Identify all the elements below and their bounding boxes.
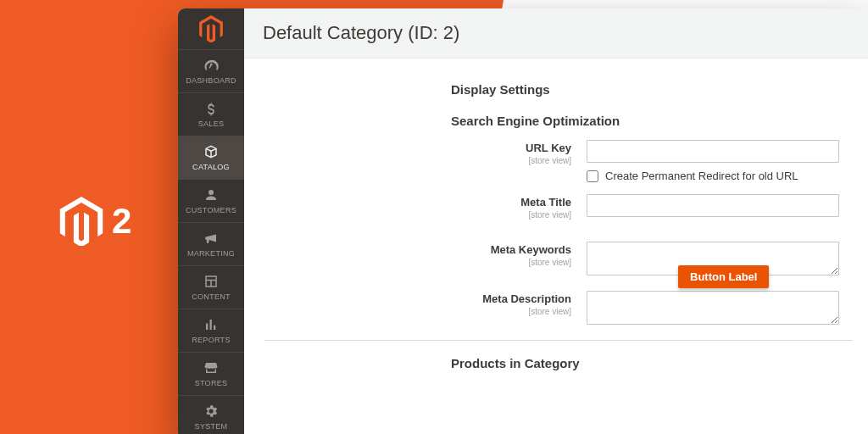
sidebar-label: STORES [178, 379, 244, 387]
button-label-button[interactable]: Button Label [678, 265, 769, 288]
sidebar-label: CONTENT [178, 292, 244, 301]
gear-icon [178, 403, 244, 419]
checkbox-permanent-redirect[interactable] [587, 170, 598, 182]
sidebar-item-catalog[interactable]: CATALOG [178, 136, 244, 180]
gauge-icon [178, 58, 244, 73]
checkbox-label-redirect: Create Permanent Redirect for old URL [605, 170, 798, 182]
row-url-key: URL Key [store view] Create Permanent Re… [264, 140, 853, 182]
admin-sidebar: DASHBOARD SALES CATALOG [178, 8, 244, 434]
scope-hint: [store view] [264, 258, 571, 267]
sidebar-label: CUSTOMERS [178, 206, 244, 214]
textarea-meta-description[interactable] [587, 291, 839, 325]
sidebar-item-customers[interactable]: CUSTOMERS [178, 180, 244, 223]
box-icon [178, 144, 244, 159]
sidebar-item-stores[interactable]: STORES [178, 353, 244, 396]
sidebar-label: MARKETING [178, 249, 244, 258]
input-meta-title[interactable] [587, 194, 839, 217]
magento-icon [199, 15, 223, 42]
sidebar-label: SYSTEM [178, 422, 244, 431]
row-meta-description: Meta Description [store view] [264, 291, 853, 328]
admin-window: DASHBOARD SALES CATALOG [178, 8, 868, 434]
layout-icon [178, 274, 244, 289]
magento-logo-icon [59, 197, 103, 246]
sidebar-label: DASHBOARD [178, 76, 244, 85]
scope-hint: [store view] [264, 307, 571, 316]
row-meta-title: Meta Title [store view] [264, 194, 853, 220]
scope-hint: [store view] [264, 156, 571, 165]
scope-hint: [store view] [264, 210, 571, 220]
sidebar-item-sales[interactable]: SALES [178, 93, 244, 136]
sidebar-item-dashboard[interactable]: DASHBOARD [178, 50, 244, 93]
sidebar-label: CATALOG [178, 163, 244, 171]
dollar-icon [178, 101, 244, 116]
content-area: Display Settings Search Engine Optimizat… [244, 58, 868, 434]
label-meta-description: Meta Description [264, 292, 571, 305]
sidebar-item-content[interactable]: CONTENT [178, 266, 244, 309]
brand-two-label: 2 [112, 201, 131, 242]
section-seo[interactable]: Search Engine Optimization [264, 108, 853, 140]
label-url-key: URL Key [264, 142, 571, 154]
section-display-settings[interactable]: Display Settings [264, 77, 853, 108]
sidebar-item-reports[interactable]: REPORTS [178, 309, 244, 353]
sidebar-item-system[interactable]: SYSTEM [178, 396, 244, 434]
sidebar-item-marketing[interactable]: MARKETING [178, 223, 244, 266]
sidebar-logo[interactable] [178, 8, 244, 50]
person-icon [178, 187, 244, 203]
label-meta-title: Meta Title [264, 196, 571, 209]
sidebar-label: REPORTS [178, 336, 244, 344]
store-icon [178, 360, 244, 376]
button-label-text: Button Label [690, 270, 757, 283]
sidebar-label: SALES [178, 120, 244, 128]
section-products[interactable]: Products in Category [264, 340, 853, 377]
page-title-bar: Default Category (ID: 2) [244, 8, 868, 58]
label-meta-keywords: Meta Keywords [264, 243, 571, 256]
magento2-badge: 2 [59, 197, 131, 246]
input-url-key[interactable] [587, 140, 839, 163]
main-panel: Default Category (ID: 2) Display Setting… [244, 8, 868, 434]
page-title: Default Category (ID: 2) [263, 22, 854, 44]
bar-chart-icon [178, 317, 244, 332]
megaphone-icon [178, 231, 244, 246]
